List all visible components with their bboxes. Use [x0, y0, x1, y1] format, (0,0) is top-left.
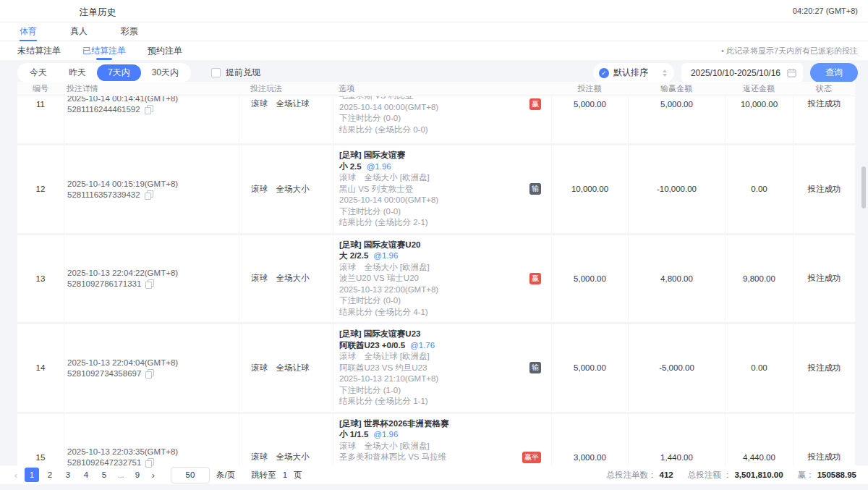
- bet-time: 2025-10-13 22:04:04(GMT+8): [67, 358, 178, 367]
- bet-detail-cell: 2025-10-14 00:14:41(GMT+8) 5281116244461…: [64, 96, 239, 143]
- bet-detail-cell: 2025-10-13 22:03:35(GMT+8) 5281092647232…: [64, 414, 239, 469]
- copy-icon[interactable]: [145, 369, 153, 378]
- sort-select[interactable]: ✓ 默认排序: [593, 63, 674, 83]
- date-range-input[interactable]: 2025/10/10-2025/10/16: [681, 63, 803, 83]
- summary-stat-label-3: 赢：: [798, 470, 814, 481]
- option-play-detail: 滚球 全场大小 [欧洲盘]: [339, 172, 430, 184]
- status-text: 投注成功: [793, 96, 855, 143]
- bet-option-cell: [足球] 世界杯2026非洲资格赛 小 1/1.5@1.96 滚球 全场大小 […: [333, 414, 551, 469]
- status-text: 投注成功: [793, 414, 855, 469]
- sort-arrows-icon: [663, 69, 667, 77]
- win-loss-amount: -10,000.00: [628, 145, 725, 233]
- check-circle-icon: ✓: [599, 68, 609, 78]
- option-match-time: 2025-10-13 22:00(GMT+8): [339, 284, 438, 296]
- sub-tab-2[interactable]: 已结算注单: [82, 41, 126, 60]
- bet-play-type: 滚球 全场大小: [239, 414, 333, 469]
- option-league: [足球] 国际友谊赛U23: [339, 329, 420, 340]
- sub-tabs-list: 未结算注单已结算注单预约注单: [17, 41, 182, 60]
- status-text: 投注成功: [793, 145, 855, 233]
- filter-right-group: ✓ 默认排序 2025/10/10-2025/10/16 查询: [593, 63, 858, 83]
- copy-icon[interactable]: [145, 279, 153, 288]
- prev-page-button[interactable]: ‹: [10, 470, 22, 481]
- title-bar: 注单历史 04:20:27 (GMT+8): [0, 0, 868, 22]
- bet-table: 编号投注详情投注玩法选项投注额输赢金额返还金额状态 11 2025-10-14 …: [17, 82, 855, 468]
- tab-3[interactable]: 彩票: [121, 22, 138, 41]
- column-header-4: 选项: [333, 83, 551, 94]
- pagination-pages: 12345...9: [25, 468, 145, 482]
- page-button-1[interactable]: 1: [25, 468, 39, 482]
- result-badge: 输: [529, 362, 541, 373]
- copy-icon[interactable]: [145, 190, 153, 199]
- page-button-4[interactable]: 4: [79, 468, 93, 482]
- bet-option-cell: [足球] 国际友谊赛 小 2.5@1.96 滚球 全场大小 [欧洲盘] 黑山 V…: [333, 145, 551, 233]
- bet-time: 2025-10-14 00:14:41(GMT+8): [67, 96, 178, 103]
- page-unit-label: 页: [294, 470, 302, 481]
- result-badge: 赢半: [522, 452, 541, 463]
- summary-stat-value-1: 412: [660, 470, 673, 479]
- bet-option-cell: [足球] 国际友谊赛U20 大 2/2.5@1.96 滚球 全场大小 [欧洲盘]…: [333, 235, 551, 323]
- option-play-detail: 滚球 全场大小 [欧洲盘]: [339, 262, 430, 274]
- scrollbar[interactable]: [861, 166, 866, 208]
- payout-amount: 9,800.00: [725, 235, 793, 323]
- bet-play-type: 滚球 全场让球: [239, 96, 333, 143]
- option-pick: 阿联酋U23 +0/0.5@1.76: [339, 340, 435, 352]
- status-text: 投注成功: [793, 324, 855, 412]
- win-loss-amount: -5,000.00: [628, 324, 725, 412]
- search-button[interactable]: 查询: [810, 63, 858, 83]
- status-text: 投注成功: [793, 235, 855, 323]
- option-pick: 小 1/1.5@1.96: [339, 429, 398, 441]
- option-result-score: 结果比分 (全场比分 0-0): [339, 124, 428, 136]
- page-button-5[interactable]: 5: [97, 468, 111, 482]
- bet-time: 2025-10-14 00:15:19(GMT+8): [67, 179, 178, 188]
- date-range-value: 2025/10/10-2025/10/16: [691, 68, 780, 78]
- sub-tab-3[interactable]: 预约注单: [148, 41, 182, 60]
- next-page-button[interactable]: ›: [148, 470, 159, 481]
- column-header-1: 编号: [17, 83, 64, 94]
- notice-text: • 此记录将显示7天内所有已派彩的投注: [721, 46, 858, 56]
- tab-1[interactable]: 体育: [20, 22, 37, 41]
- bet-id: 5281092786171331: [67, 279, 141, 288]
- summary-stat-value-2: 3,501,810.00: [734, 470, 783, 479]
- option-match: 波兰U20 VS 瑞士U20: [339, 273, 419, 284]
- cashout-filter[interactable]: 提前兑现: [211, 67, 260, 79]
- tab-2[interactable]: 真人: [70, 22, 88, 41]
- summary-stat-label-1: 总投注单数：: [607, 470, 657, 481]
- bet-play-type: 滚球 全场让球: [239, 324, 333, 412]
- bet-time: 2025-10-13 22:03:35(GMT+8): [67, 447, 178, 456]
- sort-selected-value: 默认排序: [613, 67, 658, 79]
- option-match-time: 2025-10-14 00:00(GMT+8): [339, 102, 438, 114]
- page-button-3[interactable]: 3: [61, 468, 75, 482]
- jump-page-value[interactable]: 1: [283, 470, 287, 479]
- option-score-at-bet: 下注时比分 (0-0): [339, 113, 401, 124]
- summary-stat-2: 总投注额 ：3,501,810.00: [688, 470, 783, 481]
- footer-bar: ‹ 12345...9 › 条/页 跳转至 1 页 总投注单数：412总投注额 …: [0, 465, 868, 484]
- copy-icon[interactable]: [145, 105, 153, 114]
- stake-amount: 5,000.00: [551, 96, 628, 143]
- jump-to-label: 跳转至: [251, 470, 276, 481]
- column-header-8: 状态: [793, 83, 855, 94]
- page-button-9[interactable]: 9: [130, 468, 145, 482]
- quick-range-1[interactable]: 今天: [19, 64, 58, 81]
- cashout-checkbox[interactable]: [211, 68, 221, 77]
- per-page-label: 条/页: [216, 470, 235, 481]
- result-badge: 输: [529, 183, 541, 195]
- quick-range-4[interactable]: 30天内: [141, 64, 190, 81]
- option-play-detail: 滚球 全场大小 [欧洲盘]: [339, 441, 430, 452]
- server-time: 04:20:27 (GMT+8): [793, 7, 858, 15]
- option-odds: @1.96: [373, 251, 398, 260]
- quick-range-2[interactable]: 昨天: [58, 64, 97, 81]
- summary-stat-value-3: 150588.95: [817, 470, 856, 479]
- option-odds: @1.96: [373, 430, 398, 439]
- option-league: [足球] 国际友谊赛: [339, 150, 405, 161]
- win-loss-amount: 1,440.00: [628, 414, 725, 469]
- bet-time: 2025-10-13 22:04:22(GMT+8): [67, 269, 178, 277]
- sub-tab-1[interactable]: 未结算注单: [17, 41, 61, 60]
- summary-stat-3: 赢：150588.95: [798, 470, 856, 481]
- summary-stat-1: 总投注单数：412: [607, 470, 673, 481]
- page-button-2[interactable]: 2: [43, 468, 57, 482]
- bet-id: 5281116357339432: [67, 190, 140, 199]
- quick-range-3[interactable]: 7天内: [97, 64, 141, 81]
- option-match-time: 2025-10-14 00:00(GMT+8): [339, 195, 438, 206]
- page-size-input[interactable]: [171, 467, 210, 483]
- bet-detail-cell: 2025-10-13 22:04:22(GMT+8) 5281092786171…: [64, 235, 239, 323]
